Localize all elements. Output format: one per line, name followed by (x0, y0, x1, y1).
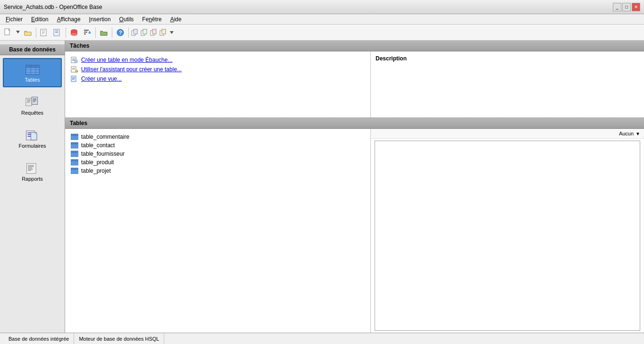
menu-bar: Fichier Edition Affichage Insertion Outi… (0, 14, 644, 25)
main-layout: Base de données Tables (0, 41, 644, 333)
table-name-contact: table_contact (81, 142, 115, 149)
toolbar-new-arrow[interactable] (15, 26, 21, 39)
svg-rect-39 (32, 97, 37, 104)
sidebar-header: Base de données (0, 44, 65, 55)
menu-aide[interactable]: Aide (167, 15, 185, 24)
svg-text:✓: ✓ (76, 70, 78, 73)
svg-rect-46 (27, 136, 31, 137)
tasks-section: Tâches (65, 41, 644, 118)
svg-marker-17 (88, 31, 91, 34)
svg-rect-56 (72, 59, 75, 59)
sidebar-item-requetes[interactable]: Requêtes (3, 91, 62, 120)
toolbar-btn-3[interactable] (38, 26, 50, 39)
tables-section-header: Tables (65, 118, 644, 129)
toolbar-sep-5 (128, 27, 129, 38)
toolbar-btn-a3[interactable] (150, 28, 158, 37)
svg-rect-5 (42, 31, 45, 31)
toolbar: ? (0, 25, 644, 41)
tasks-list: Créer une table en mode Ébauche... ✓ (65, 51, 370, 117)
table-name-projet: table_projet (81, 168, 111, 174)
sidebar-item-rapports[interactable]: Rapports (3, 157, 62, 186)
svg-rect-54 (28, 170, 31, 171)
svg-rect-64 (72, 69, 75, 69)
svg-rect-9 (55, 31, 58, 31)
close-button[interactable]: ✕ (632, 3, 640, 11)
menu-edition[interactable]: Edition (27, 15, 52, 24)
toolbar-open2-btn[interactable] (98, 26, 110, 39)
toolbar-btn-a2[interactable] (140, 28, 149, 37)
description-title: Description (376, 55, 407, 62)
svg-rect-15 (84, 32, 87, 33)
svg-rect-68 (72, 77, 75, 78)
menu-fichier[interactable]: Fichier (2, 15, 26, 24)
table-icon (71, 142, 78, 149)
svg-rect-30 (25, 65, 39, 67)
table-icon (71, 159, 78, 166)
table-row-commentaire[interactable]: table_commentaire (71, 133, 365, 141)
sidebar-formulaires-label: Formulaires (18, 143, 46, 149)
status-db-type: Base de données intégrée (4, 333, 74, 344)
toolbar-open-btn[interactable] (22, 26, 34, 39)
svg-marker-28 (170, 31, 174, 34)
svg-rect-78 (71, 143, 78, 144)
svg-rect-36 (27, 100, 30, 100)
svg-rect-25 (152, 29, 156, 34)
window-title: Service_Achats.odb - OpenOffice Base (4, 4, 102, 10)
toolbar-btn-a1[interactable] (131, 28, 139, 37)
tables-content: table_commentaire table_contact (65, 129, 644, 333)
sidebar-item-formulaires[interactable]: Formulaires (3, 124, 62, 153)
svg-rect-3 (25, 32, 31, 35)
task-use-wizard[interactable]: ✓ Utiliser l'assistant pour créer une ta… (71, 65, 365, 74)
toolbar-sort-btn[interactable] (81, 26, 93, 39)
svg-rect-21 (134, 29, 137, 34)
tasks-content: Créer une table en mode Ébauche... ✓ (65, 51, 644, 117)
sidebar: Base de données Tables (0, 41, 65, 333)
table-row-projet[interactable]: table_projet (71, 167, 365, 175)
table-icon (71, 151, 78, 157)
svg-rect-16 (84, 34, 86, 34)
svg-rect-70 (72, 79, 74, 80)
svg-rect-51 (28, 167, 33, 167)
svg-rect-38 (27, 102, 29, 102)
task-create-draft[interactable]: Créer une table en mode Ébauche... (71, 55, 365, 65)
preview-select-label: Aucun (619, 131, 634, 136)
svg-rect-27 (162, 29, 166, 34)
svg-rect-52 (28, 168, 32, 168)
task-icon-3 (71, 75, 78, 83)
maximize-button[interactable]: □ (622, 3, 631, 11)
sidebar-requetes-label: Requêtes (21, 110, 43, 116)
minimize-button[interactable]: _ (613, 3, 621, 11)
table-icon (71, 134, 78, 140)
svg-rect-96 (71, 168, 78, 170)
table-row-produit[interactable]: table_produit (71, 158, 365, 167)
table-row-fournisseur[interactable]: table_fournisseur (71, 150, 365, 158)
sidebar-tables-label: Tables (25, 77, 40, 83)
toolbar-btn-4[interactable] (51, 26, 64, 39)
toolbar-help-btn[interactable]: ? (114, 26, 126, 39)
content-area: Tâches (65, 41, 644, 333)
svg-rect-90 (71, 159, 78, 161)
toolbar-db-btn[interactable] (68, 26, 80, 39)
toolbar-new-btn[interactable] (2, 26, 14, 39)
toolbar-sep-4 (112, 27, 112, 38)
svg-rect-58 (72, 60, 74, 61)
table-name-fournisseur: table_fournisseur (81, 151, 125, 157)
menu-insertion[interactable]: Insertion (85, 15, 115, 24)
task-create-view[interactable]: Créer une vue... (71, 74, 365, 84)
task-create-view-label[interactable]: Créer une vue... (81, 76, 122, 82)
svg-rect-42 (33, 101, 34, 101)
table-row-contact[interactable]: table_contact (71, 141, 365, 150)
task-icon-2: ✓ (71, 66, 78, 73)
sidebar-item-tables[interactable]: Tables (3, 58, 62, 87)
toolbar-dropdown-arrow[interactable] (168, 26, 175, 39)
toolbar-sep-3 (95, 27, 96, 38)
menu-fenetre[interactable]: Fenêtre (138, 15, 165, 24)
task-create-draft-label[interactable]: Créer une table en mode Ébauche... (81, 57, 172, 63)
svg-point-13 (71, 33, 77, 36)
toolbar-btn-a4[interactable] (159, 28, 167, 37)
preview-dropdown-arrow[interactable]: ▼ (636, 131, 640, 136)
menu-outils[interactable]: Outils (116, 15, 138, 24)
task-use-wizard-label[interactable]: Utiliser l'assistant pour créer une tabl… (81, 66, 182, 73)
table-icon (71, 168, 78, 174)
menu-affichage[interactable]: Affichage (53, 15, 84, 24)
